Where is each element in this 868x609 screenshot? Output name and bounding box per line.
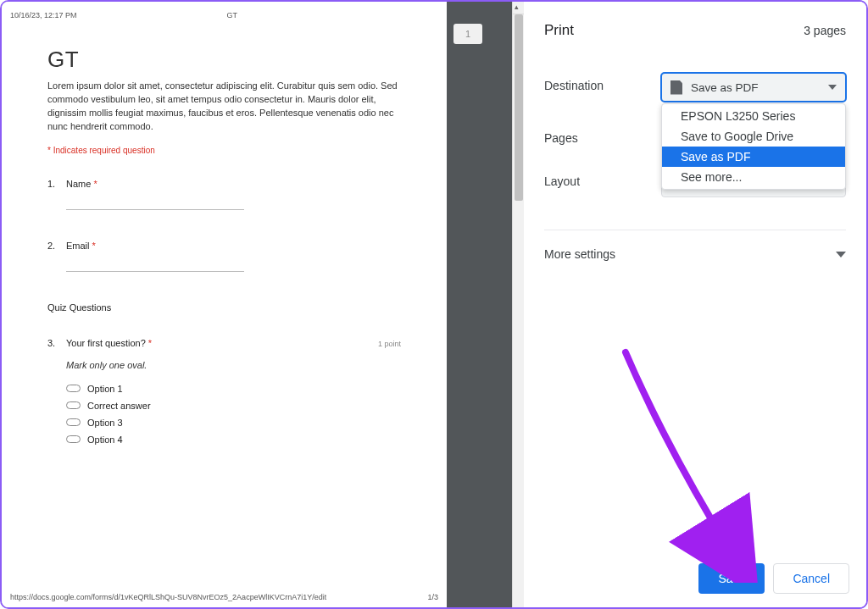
- preview-page-1: 10/16/23, 12:17 PM GT GT Lorem ipsum dol…: [2, 2, 447, 609]
- more-settings-toggle[interactable]: More settings: [544, 230, 846, 278]
- print-preview-pane: 10/16/23, 12:17 PM GT GT Lorem ipsum dol…: [2, 2, 524, 607]
- pages-label: Pages: [544, 125, 661, 145]
- preview-scrollbar-vertical[interactable]: [512, 2, 524, 607]
- q3-hint: Mark only one oval.: [66, 360, 401, 370]
- chevron-down-icon: [828, 85, 837, 90]
- oval-icon: [66, 435, 81, 443]
- preview-footer-page: 1/3: [427, 593, 438, 601]
- save-button[interactable]: Save: [698, 563, 765, 594]
- destination-select[interactable]: Save as PDF: [661, 73, 846, 102]
- q3-option: Correct answer: [87, 401, 151, 411]
- q2-number: 2.: [47, 241, 66, 251]
- q2-input-line: [66, 271, 244, 272]
- doc-description: Lorem ipsum dolor sit amet, consectetur …: [47, 80, 401, 134]
- preview-timestamp: 10/16/23, 12:17 PM: [10, 11, 77, 19]
- page-thumb-label[interactable]: 1: [453, 24, 482, 44]
- q3-option: Option 3: [87, 418, 123, 428]
- q1-label: Name: [66, 179, 91, 189]
- destination-label: Destination: [544, 73, 661, 92]
- pdf-icon: [670, 80, 682, 95]
- asterisk-icon: *: [93, 179, 97, 189]
- asterisk-icon: *: [92, 241, 96, 251]
- layout-label: Layout: [544, 169, 661, 188]
- q3-option: Option 1: [87, 384, 123, 394]
- destination-option[interactable]: Save as PDF: [662, 147, 845, 167]
- q3-label: Your first question?: [66, 338, 146, 348]
- destination-option[interactable]: See more...: [662, 167, 845, 187]
- destination-dropdown[interactable]: EPSON L3250 Series Save to Google Drive …: [661, 103, 846, 190]
- q1-input-line: [66, 209, 244, 210]
- destination-option[interactable]: EPSON L3250 Series: [662, 106, 845, 126]
- destination-value: Save as PDF: [691, 81, 759, 94]
- q1-number: 1.: [47, 179, 66, 189]
- dialog-title: Print: [544, 22, 574, 39]
- asterisk-icon: *: [148, 338, 152, 348]
- q3-points: 1 point: [378, 340, 401, 348]
- page-count-text: 3 pages: [804, 24, 846, 37]
- destination-option[interactable]: Save to Google Drive: [662, 126, 845, 147]
- section-title: Quiz Questions: [47, 302, 401, 313]
- required-note: * Indicates required question: [47, 146, 401, 155]
- oval-icon: [66, 401, 81, 409]
- cancel-button[interactable]: Cancel: [773, 563, 849, 594]
- q2-label: Email: [66, 241, 90, 251]
- preview-footer-url: https://docs.google.com/forms/d/1vKeQRlL…: [10, 593, 326, 601]
- doc-title: GT: [47, 47, 401, 73]
- annotation-arrow: [615, 346, 768, 583]
- scrollbar-thumb[interactable]: [515, 14, 523, 201]
- more-settings-label: More settings: [544, 247, 615, 261]
- q3-number: 3.: [47, 338, 66, 348]
- q3-option: Option 4: [87, 435, 123, 445]
- oval-icon: [66, 385, 81, 392]
- print-dialog: Print 3 pages Destination Save as PDF EP…: [524, 2, 866, 607]
- chevron-down-icon: [836, 252, 846, 257]
- oval-icon: [66, 418, 81, 426]
- preview-header-title: GT: [227, 11, 238, 19]
